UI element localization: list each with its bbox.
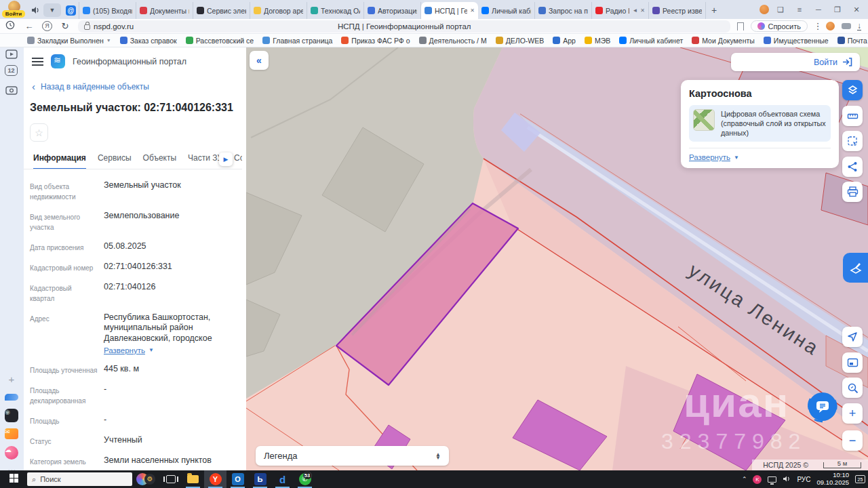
bookmark-item[interactable]: МЭВ ▼ — [585, 37, 610, 45]
bookmark-item[interactable]: Закладки Выполнен ▼ — [27, 37, 111, 45]
panel-tab[interactable]: Состав — [234, 150, 242, 169]
file-explorer-button[interactable] — [182, 470, 204, 488]
panel-tab[interactable]: Сервисы — [98, 150, 132, 169]
add-panel-icon[interactable]: + — [5, 372, 18, 386]
tray-expand-icon[interactable]: ⌃ — [742, 476, 747, 483]
bookmark-item[interactable]: App ▼ — [553, 37, 576, 45]
guide-assistant-button[interactable] — [843, 253, 868, 283]
hamburger-menu-icon[interactable] — [32, 58, 43, 66]
select-area-button[interactable] — [842, 131, 863, 151]
address-bar[interactable]: nspd.gov.ru НСПД | Геоинформационный пор… — [78, 20, 730, 33]
restore-button[interactable]: ❐ — [830, 5, 845, 14]
print-button[interactable] — [842, 182, 863, 202]
notifications-icon[interactable]: 25 — [855, 475, 865, 483]
bookmark-item[interactable]: Рассветовский се ▼ — [186, 37, 254, 45]
tab-close-icon[interactable]: ✕ — [640, 7, 645, 14]
yandex-home-icon[interactable]: Я — [42, 21, 52, 31]
start-button[interactable] — [0, 473, 27, 485]
bookmark-item[interactable]: Главная страница ▼ — [262, 37, 332, 45]
search-by-area-button[interactable] — [842, 378, 863, 398]
locate-me-button[interactable] — [842, 327, 863, 347]
screenshot-icon[interactable] — [5, 83, 18, 96]
outlook-button[interactable]: O — [226, 470, 249, 488]
back-to-results-link[interactable]: ‹ Назад в найденные объекты — [32, 81, 242, 92]
bookmark-item[interactable]: Заказ справок ▼ — [120, 37, 177, 45]
login-button[interactable]: Войти — [731, 53, 860, 71]
browser-tab[interactable]: Запрос на пе ◄ ✕ — [535, 2, 592, 19]
video-play-icon[interactable] — [5, 47, 18, 61]
favorite-star-button[interactable]: ☆ — [30, 123, 48, 142]
back-icon[interactable]: ← — [20, 21, 38, 31]
network-icon[interactable] — [768, 476, 776, 483]
browser-tab[interactable]: Радио Ш ◄ ✕ — [592, 2, 649, 19]
panel-tab[interactable]: Объекты — [143, 150, 177, 169]
basemap-layer-row[interactable]: Цифровая объектовая схема (справочный сл… — [689, 105, 831, 142]
panel-tab[interactable]: Части ЗУ — [188, 150, 222, 169]
collections-icon[interactable]: ❏ — [773, 5, 788, 14]
browser-tab[interactable]: Технокад ОА ◄ ✕ — [307, 2, 364, 19]
refresh-icon[interactable]: ↻ — [56, 21, 74, 31]
panel-tab[interactable]: Информация — [33, 150, 86, 169]
bookmark-item[interactable]: Приказ ФАС РФ о ▼ — [341, 37, 410, 45]
bookmark-item[interactable]: Деятельность / М ▼ — [419, 37, 487, 45]
ask-ai-button[interactable]: Спросить — [751, 20, 808, 32]
bookmark-item[interactable]: Почта России - М ▼ — [837, 37, 868, 45]
messenger-icon[interactable] — [5, 390, 18, 404]
tray-app-icon[interactable]: K — [753, 475, 762, 484]
clock[interactable]: 10:10 09.10.2025 — [816, 472, 849, 487]
camera-app-icon[interactable]: ◉ — [5, 409, 18, 422]
history-clock-icon[interactable] — [0, 20, 20, 32]
overview-map-button[interactable] — [842, 352, 863, 373]
expand-link[interactable]: Развернуть — [104, 346, 145, 355]
downloads-icon[interactable]: ↓ — [857, 22, 861, 30]
layers-tool-button[interactable] — [842, 80, 863, 100]
docs-app-button[interactable]: Ь — [249, 470, 271, 488]
yandex-browser-button[interactable]: Y — [204, 470, 226, 488]
browser-tab[interactable]: Реестр извещ ◄ ✕ — [649, 2, 706, 19]
sync-profile-icon[interactable] — [826, 22, 835, 30]
profile-icon[interactable] — [760, 5, 769, 14]
basemap-expand-link[interactable]: Развернуть ▼ — [689, 153, 831, 161]
cloud-disk-icon[interactable]: ☁ — [5, 446, 18, 460]
measure-ruler-button[interactable] — [842, 106, 863, 126]
tab-close-icon[interactable]: ✕ — [470, 7, 475, 14]
extension-icon[interactable] — [842, 23, 851, 29]
browser-tab[interactable]: Сервис элект ◄ ✕ — [193, 2, 250, 19]
bookmark-item[interactable]: Имущественные ▼ — [764, 37, 829, 45]
menu-icon[interactable]: ≡ — [792, 5, 807, 14]
whatsapp-button[interactable]: ✆53 — [294, 470, 316, 488]
browser-tab[interactable]: Личный каби ◄ ✕ — [478, 2, 535, 19]
browser-tab[interactable]: НСПД | Гео ◄ ✕ — [421, 2, 478, 19]
task-view-button[interactable] — [159, 470, 182, 488]
mail-icon[interactable]: ✉ — [5, 427, 18, 441]
collapse-panel-button[interactable]: « — [250, 51, 269, 70]
tab-sound-icon[interactable]: ◄ — [632, 7, 637, 14]
zoom-out-button[interactable]: − — [842, 430, 863, 451]
bookmark-item[interactable]: Личный кабинет ▼ — [619, 37, 683, 45]
pinned-tab-mail[interactable]: @ — [63, 2, 79, 19]
news-widget[interactable]: ⚙ — [132, 470, 159, 488]
taskbar-search[interactable]: ⌕ Поиск — [27, 472, 132, 486]
chat-fab[interactable] — [805, 389, 840, 424]
bookmark-item[interactable]: Мои Документы ▼ — [692, 37, 755, 45]
diadoc-button[interactable]: d — [271, 470, 294, 488]
browser-tab[interactable]: Документы н ◄ ✕ — [136, 2, 193, 19]
tabs-scroll-right-button[interactable]: ▶ — [219, 152, 233, 166]
browser-tab[interactable]: Договор аре ◄ ✕ — [250, 2, 307, 19]
zoom-in-button[interactable]: + — [842, 403, 863, 424]
map-area[interactable]: улица Ленина циан 32377982 « Войти Карто… — [246, 47, 868, 470]
speaker-icon[interactable] — [28, 3, 42, 17]
volume-icon[interactable] — [783, 475, 791, 484]
calendar-icon[interactable]: 12 — [5, 65, 18, 76]
more-menu-icon[interactable]: ⋮ — [813, 21, 823, 31]
bookmark-item[interactable]: ДЕЛО-WEB ▼ — [496, 37, 545, 45]
bookmark-flag-icon[interactable] — [737, 22, 744, 30]
browser-tab[interactable]: (105) Входящ ◄ ✕ — [79, 2, 136, 19]
minimize-button[interactable]: ─ — [811, 5, 826, 14]
browser-profile-button[interactable]: Войти — [2, 1, 26, 18]
browser-tab[interactable]: Авторизация ◄ ✕ — [364, 2, 421, 19]
share-button[interactable] — [842, 157, 863, 177]
legend-bar[interactable]: Легенда ▲▼ — [256, 446, 449, 466]
chevron-down-icon[interactable]: ▼ — [43, 3, 61, 17]
close-button[interactable]: ✕ — [849, 5, 864, 14]
